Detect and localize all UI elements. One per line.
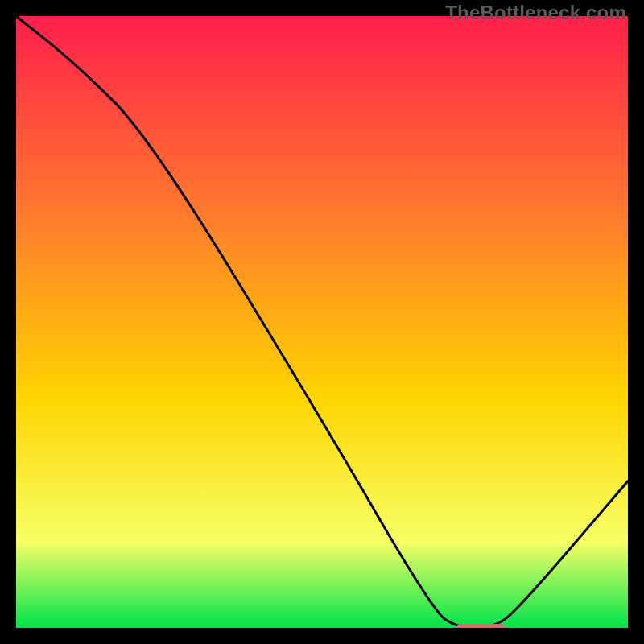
optimal-range-marker xyxy=(456,624,506,628)
watermark-text: TheBottleneck.com xyxy=(445,2,626,24)
bottleneck-chart xyxy=(16,16,628,628)
gradient-background xyxy=(16,16,628,628)
